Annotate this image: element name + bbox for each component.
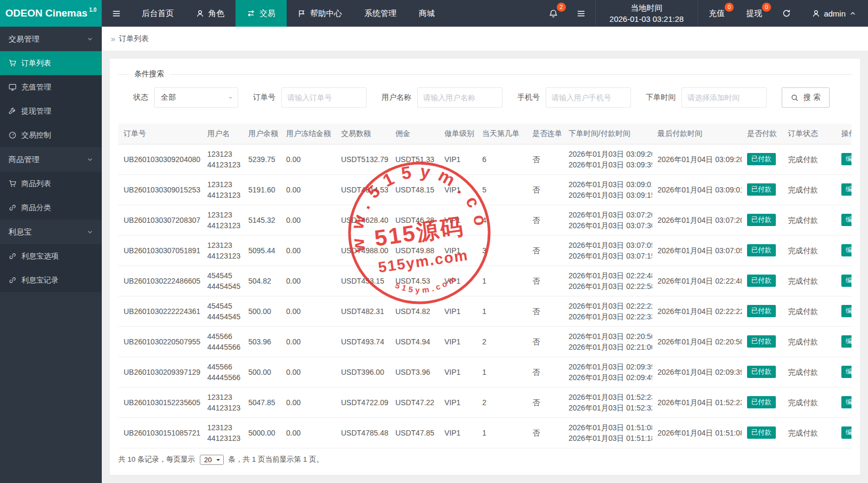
last-pay-time-cell: 2026年01月04日 02:20:50 — [652, 326, 742, 357]
sidebar-group-items: 商品列表商品分类 — [0, 172, 102, 220]
column-header: 是否连单 — [527, 124, 563, 144]
search-field-user-name: 用户名称 — [382, 87, 502, 108]
paid-cell: 已付款 — [742, 205, 783, 235]
brand-version: 1.0 — [89, 7, 96, 13]
notifications-button[interactable]: 2 — [540, 0, 567, 27]
edit-button[interactable]: 编辑 — [841, 366, 851, 378]
sidebar-item-interest-records[interactable]: 利息宝记录 — [0, 268, 102, 292]
order-no-cell: UB2601030222224361 — [118, 296, 202, 326]
sidebar-item-order-list[interactable]: 订单列表 — [0, 51, 102, 75]
quick-menu-button[interactable] — [567, 0, 595, 27]
is-chain-cell: 否 — [527, 265, 563, 296]
order-status-cell: 完成付款 — [783, 387, 836, 417]
order-time-cell: 2026年01月03日 03:07:052026年01月03日 03:07:15 — [563, 235, 652, 265]
local-time-value: 2026-01-03 03:21:28 — [610, 13, 684, 25]
column-header: 当天第几单 — [477, 124, 527, 144]
nav-item-trade[interactable]: 交易 — [236, 0, 287, 27]
sidebar-item-interest-options[interactable]: 利息宝选项 — [0, 244, 102, 268]
nav-item-label: 后台首页 — [142, 9, 174, 19]
commission-cell: USDT4.94 — [390, 326, 439, 357]
order-status-cell: 完成付款 — [783, 265, 836, 296]
sidebar-toggle-button[interactable] — [102, 0, 131, 27]
table-row: UB2601030309015253123123441231235191.600… — [118, 174, 851, 205]
search-field-phone: 手机号 — [517, 87, 631, 108]
search-button-label: 搜 索 — [804, 93, 821, 102]
last-pay-time-cell: 2026年01月04日 03:09:01 — [652, 174, 742, 205]
page-size-select[interactable]: 20 — [200, 455, 223, 465]
edit-button[interactable]: 编辑 — [841, 183, 851, 196]
cart-icon — [9, 59, 17, 67]
refresh-icon — [782, 9, 791, 18]
refresh-button[interactable] — [773, 0, 800, 27]
username-cell: 44556644445566 — [202, 326, 243, 357]
nav-item-system[interactable]: 系统管理 — [353, 0, 408, 27]
order-status-cell: 完成付款 — [783, 235, 836, 265]
chevron-down-icon — [87, 229, 93, 235]
breadcrumb-arrow: » — [111, 34, 115, 43]
order-status-cell: 完成付款 — [783, 326, 836, 357]
order-no-cell: UB2601030307208307 — [118, 205, 202, 235]
edit-button[interactable]: 编辑 — [841, 275, 851, 287]
local-time-block: 当地时间 2026-01-03 03:21:28 — [595, 0, 698, 27]
username-cell: 12312344123123 — [202, 205, 243, 235]
sidebar-item-label: 提现管理 — [21, 107, 51, 116]
day-index-cell: 1 — [477, 357, 527, 387]
sidebar-group-interest-bao[interactable]: 利息宝 — [0, 220, 102, 244]
withdraw-label: 提现 — [746, 9, 762, 19]
sidebar-group-trade-manage[interactable]: 交易管理 — [0, 27, 102, 51]
edit-button[interactable]: 编辑 — [841, 153, 851, 165]
sidebar-item-label: 商品分类 — [21, 203, 51, 213]
level-cell: VIP1 — [439, 387, 477, 417]
action-cell: 编辑 — [836, 417, 851, 448]
last-pay-time-cell: 2026年01月04日 02:22:22 — [652, 296, 742, 326]
edit-button[interactable]: 编辑 — [841, 244, 851, 256]
order-time-cell: 2026年01月03日 01:51:082026年01月03日 01:51:18 — [563, 417, 652, 448]
nav-item-roles[interactable]: 角色 — [185, 0, 236, 27]
nav-item-mall[interactable]: 商城 — [408, 0, 446, 27]
last-pay-time-cell: 2026年01月04日 03:07:05 — [652, 235, 742, 265]
username-cell: 12312344123123 — [202, 417, 243, 448]
sidebar-item-goods-category[interactable]: 商品分类 — [0, 196, 102, 220]
cart-icon — [9, 180, 17, 188]
edit-button[interactable]: 编辑 — [841, 335, 851, 348]
sidebar-item-withdraw-manage[interactable]: 提现管理 — [0, 99, 102, 123]
last-pay-time-cell: 2026年01月04日 02:22:48 — [652, 265, 742, 296]
sidebar-item-goods-list[interactable]: 商品列表 — [0, 172, 102, 196]
user-name-input[interactable] — [417, 87, 502, 108]
nav-item-dashboard[interactable]: 后台首页 — [131, 0, 185, 27]
search-button[interactable]: 搜 索 — [782, 87, 830, 108]
column-header: 最后付款时间 — [652, 124, 742, 144]
order-no-cell: UB2601030220507955 — [118, 326, 202, 357]
commission-cell: USDT3.96 — [390, 357, 439, 387]
edit-button[interactable]: 编辑 — [841, 305, 851, 317]
search-legend: 条件搜索 — [129, 69, 169, 79]
edit-button[interactable]: 编辑 — [841, 426, 851, 439]
action-cell: 编辑 — [836, 205, 851, 235]
recharge-label: 充值 — [709, 9, 725, 19]
status-select[interactable]: 全部 — [154, 87, 238, 108]
frozen-cell: 0.00 — [281, 205, 336, 235]
column-header: 用户余额 — [243, 124, 281, 144]
phone-input[interactable] — [546, 87, 631, 108]
page-title: 订单列表 — [119, 34, 149, 44]
flag-icon — [298, 10, 306, 18]
sidebar-item-trade-control[interactable]: 交易控制 — [0, 123, 102, 147]
recharge-button[interactable]: 充值 0 — [698, 0, 735, 27]
username-cell: 44556644445566 — [202, 357, 243, 387]
frozen-cell: 0.00 — [281, 387, 336, 417]
column-header: 订单状态 — [783, 124, 836, 144]
nav-item-help-center[interactable]: 帮助中心 — [287, 0, 353, 27]
level-cell: VIP1 — [439, 417, 477, 448]
paid-status-badge: 已付款 — [747, 396, 776, 408]
order-no-input[interactable] — [281, 87, 367, 108]
edit-button[interactable]: 编辑 — [841, 396, 851, 408]
edit-button[interactable]: 编辑 — [841, 214, 851, 226]
withdraw-button[interactable]: 提现 0 — [735, 0, 773, 27]
chevron-down-icon — [87, 156, 93, 163]
paid-cell: 已付款 — [742, 144, 783, 174]
user-menu[interactable]: admin — [800, 0, 868, 27]
order-time-input[interactable] — [682, 87, 767, 108]
balance-cell: 5191.60 — [243, 174, 281, 205]
sidebar-item-recharge-manage[interactable]: 充值管理 — [0, 75, 102, 99]
sidebar-group-goods-manage[interactable]: 商品管理 — [0, 147, 102, 172]
